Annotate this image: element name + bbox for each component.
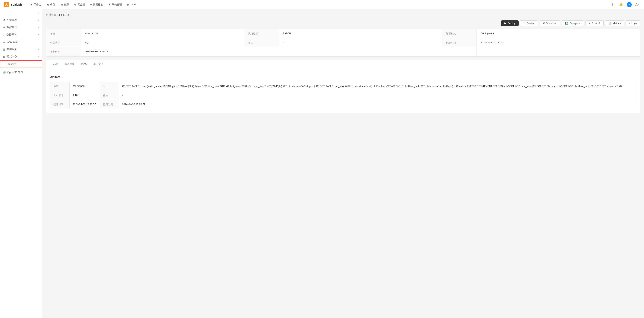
nav-item-system[interactable]: ⚙ 系统管理 [106, 0, 124, 9]
artifact-value-sql: CREATE TABLE orders ( order_number BIGIN… [119, 82, 636, 91]
nav-item-project[interactable]: ▣ 项目 [44, 0, 57, 9]
nav-item-workbench[interactable]: ⊞ 工作台 [28, 0, 44, 9]
artifact-value-update-time: 2024-04-30 18:20:57 [119, 100, 636, 109]
sidebar-group-data-service: ▦ 数据服务 ∨ [0, 46, 42, 53]
oam-icon: ▤ [127, 3, 130, 6]
nav-items: ⊞ 工作台 ▣ 项目 ▤ 资源 ◎ 元数据 ≡ 数据标准 ⚙ 系统管理 ▤ OA… [28, 0, 610, 9]
sidebar-group-engine: ⚙ 引擎管理 ∨ [0, 16, 42, 24]
info-card: 名称 sql-example 执行模式 BATCH 部署模式 Deploymen… [46, 29, 640, 57]
savepoint-button[interactable]: 💾 Savepoint [562, 21, 584, 26]
artifact-value-create-time: 2024-04-30 18:20:57 [70, 100, 100, 109]
dev-group-icon: △ [3, 33, 5, 36]
field-label-job-type: 作业类型 [46, 38, 81, 47]
tabs-section: 总览 状态管理 YAML 历史实例 Artifact 名称 [46, 60, 640, 113]
tab-yaml[interactable]: YAML [78, 60, 90, 68]
field-label-name: 名称 [46, 29, 81, 38]
field-label-remark: 备注 [244, 38, 279, 47]
system-icon: ⚙ [108, 3, 110, 6]
action-toolbar: ▶ Deploy ↻ Restart ✕ Shutdown 💾 Savepoin… [46, 21, 640, 26]
nav-right: ? 🔔 S 文A [610, 2, 640, 7]
table-row: 名称 sql-runner2 SQL CREATE TABLE orders (… [50, 82, 636, 91]
sidebar-group-header-dag[interactable]: △ DAG 调度 [0, 38, 42, 46]
content-area: 运维中心 / Flink任务 ▶ Deploy ↻ Restart ✕ Shut… [42, 9, 644, 318]
artifact-label-flink-version: Flink版本 [50, 91, 70, 100]
project-icon: ▣ [46, 3, 49, 6]
artifact-value-name: sql-runner2 [70, 82, 100, 91]
sidebar-item-flink-jobs[interactable]: Flink任务 [0, 60, 42, 68]
nav-item-metadata[interactable]: ◎ 元数据 [72, 0, 87, 9]
restart-icon: ↻ [524, 22, 526, 25]
flink-ui-button[interactable]: ↗ Flink UI [585, 21, 604, 26]
help-icon[interactable]: ? [610, 2, 615, 7]
sidebar-group-header-data-service[interactable]: ▦ 数据服务 ∨ [0, 46, 42, 53]
tab-history[interactable]: 历史实例 [90, 60, 106, 68]
field-value-exec-mode: BATCH [279, 29, 442, 38]
sidebar: ◁ ⚙ 引擎管理 ∨ ⊕ 数据集成 ∨ [0, 9, 42, 318]
chevron-down-icon: ∨ [38, 19, 39, 21]
shutdown-button[interactable]: ✕ Shutdown [540, 21, 560, 26]
sidebar-group-ops: ▧ 运维中心 ∧ Flink任务 [0, 53, 42, 68]
logs-icon: ≡ [629, 22, 630, 25]
savepoint-icon: 💾 [565, 22, 568, 25]
artifact-label-sql: SQL [100, 82, 119, 91]
flink-ui-icon: ↗ [588, 22, 591, 25]
dag-group-icon: △ [3, 41, 5, 44]
nav-item-oam[interactable]: ▤ OAM [125, 0, 139, 9]
tab-overview[interactable]: 总览 [50, 60, 61, 68]
sidebar-group-header-ops[interactable]: ▧ 运维中心 ∧ [0, 53, 42, 60]
tab-content-overview: Artifact 名称 sql-runner2 SQL CREATE TABLE… [46, 71, 640, 113]
field-value-name: sql-example [81, 29, 244, 38]
metrics-button[interactable]: 📊 Metrics [605, 21, 624, 26]
artifact-table: 名称 sql-runner2 SQL CREATE TABLE orders (… [50, 82, 636, 109]
field-value-deploy-mode: Deployment [477, 29, 640, 38]
data-service-group-icon: ▦ [3, 48, 6, 51]
link-icon: 🔗 [3, 71, 6, 74]
chevron-up-icon-ops: ∧ [38, 56, 39, 58]
logo[interactable]: Scaleph [4, 2, 22, 7]
sidebar-collapse-button[interactable]: ◁ [36, 11, 40, 15]
sidebar-openapi-link[interactable]: 🔗 OpenAPI 文档 [0, 68, 42, 76]
table-row: Flink版本 1.18.1 备注 - [50, 91, 636, 100]
field-value-update-time: 2024-04-30 21:25:22 [81, 47, 244, 56]
ops-group-icon: ▧ [3, 55, 6, 58]
info-grid: 名称 sql-example 执行模式 BATCH 部署模式 Deploymen… [46, 29, 640, 56]
metrics-icon: 📊 [608, 22, 612, 25]
deploy-button[interactable]: ▶ Deploy [501, 21, 518, 26]
breadcrumb: 运维中心 / Flink任务 [46, 13, 640, 17]
field-label-exec-mode: 执行模式 [244, 29, 279, 38]
resource-icon: ▤ [60, 3, 63, 6]
chevron-down-icon-dev: ∨ [38, 34, 39, 36]
field-label-update-time: 更新时间 [46, 47, 81, 56]
breadcrumb-parent[interactable]: 运维中心 [46, 13, 56, 17]
engine-group-icon: ⚙ [3, 19, 6, 22]
language-icon[interactable]: 文A [635, 2, 640, 7]
sidebar-group-header-integration[interactable]: ⊕ 数据集成 ∨ [0, 24, 42, 31]
artifact-value-remark: - [119, 91, 636, 100]
sidebar-group-header-dev[interactable]: △ 数据开发 ∨ [0, 31, 42, 38]
chevron-down-icon-data-service: ∨ [38, 48, 39, 51]
avatar[interactable]: S [627, 2, 632, 7]
table-row: 创建时间 2024-04-30 18:20:57 更新时间 2024-04-30… [50, 100, 636, 109]
tabs-bar: 总览 状态管理 YAML 历史实例 [46, 60, 640, 68]
integration-group-icon: ⊕ [3, 26, 5, 29]
restart-button[interactable]: ↻ Restart [520, 21, 538, 26]
nav-item-data-standard[interactable]: ≡ 数据标准 [88, 0, 106, 9]
artifact-value-flink-version: 1.18.1 [70, 91, 100, 100]
sidebar-group-dag: △ DAG 调度 [0, 38, 42, 46]
artifact-label-create-time: 创建时间 [50, 100, 70, 109]
sidebar-group-dev: △ 数据开发 ∨ [0, 31, 42, 38]
sidebar-top: ◁ [0, 9, 42, 16]
shutdown-icon: ✕ [543, 22, 545, 25]
notification-icon[interactable]: 🔔 [618, 2, 624, 7]
tab-state[interactable]: 状态管理 [61, 60, 78, 68]
logo-text: Scaleph [11, 3, 22, 6]
nav-item-resource[interactable]: ▤ 资源 [58, 0, 71, 9]
sidebar-group-header-engine[interactable]: ⚙ 引擎管理 ∨ [0, 16, 42, 24]
logs-button[interactable]: ≡ Logs [626, 21, 640, 26]
field-label-deploy-mode: 部署模式 [442, 29, 477, 38]
artifact-section-title: Artifact [50, 75, 636, 79]
artifact-label-name: 名称 [50, 82, 70, 91]
top-nav: Scaleph ⊞ 工作台 ▣ 项目 ▤ 资源 ◎ 元数据 ≡ 数据标准 ⚙ 系… [0, 0, 644, 9]
main-layout: ◁ ⚙ 引擎管理 ∨ ⊕ 数据集成 ∨ [0, 9, 644, 318]
field-value-job-type: SQL [81, 38, 244, 47]
